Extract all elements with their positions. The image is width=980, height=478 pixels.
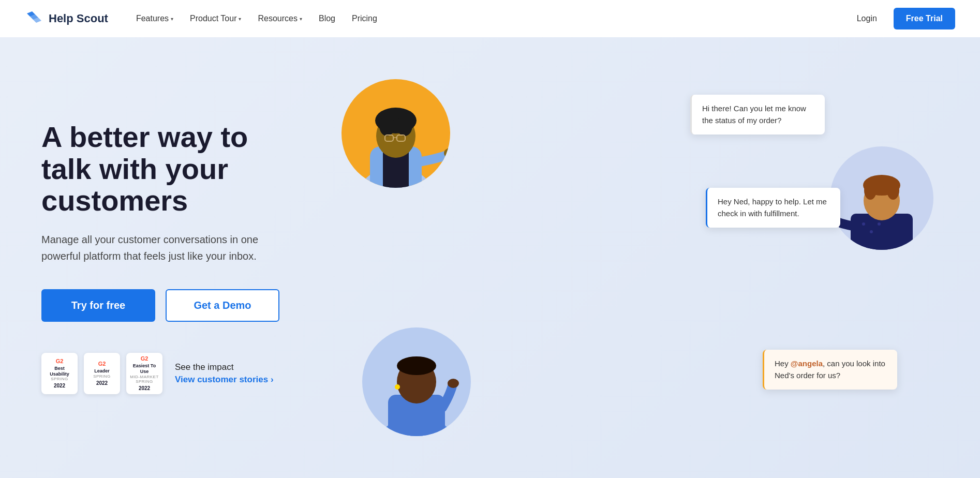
person-top-circle: [341, 79, 450, 188]
bubble-top: Hi there! Can you let me know the status…: [690, 95, 825, 135]
nav-link-features[interactable]: Features ▾: [129, 10, 181, 27]
badges-row: G2 Best Usability SPRING 2022 G2 Leader …: [41, 353, 162, 394]
person-right-circle: [830, 146, 933, 250]
svg-point-14: [870, 230, 873, 233]
get-demo-button[interactable]: Get a Demo: [166, 289, 279, 322]
svg-point-24: [397, 356, 436, 375]
g2-label: G2: [98, 361, 106, 367]
mention: @angela: [791, 359, 823, 368]
hero-section: A better way to talk with your customers…: [0, 37, 980, 478]
svg-point-15: [878, 222, 881, 226]
badge-best-usability: G2 Best Usability SPRING 2022: [41, 353, 78, 394]
free-trial-button[interactable]: Free Trial: [894, 8, 955, 29]
nav-link-product-tour[interactable]: Product Tour ▾: [183, 10, 248, 27]
bubble-middle: Hey Ned, happy to help. Let me check in …: [706, 188, 840, 228]
person-bottom-svg: [362, 327, 471, 436]
nav-links: Features ▾ Product Tour ▾ Resources ▾ Bl…: [129, 10, 851, 27]
nav-link-blog[interactable]: Blog: [311, 10, 343, 27]
badge-leader: G2 Leader SPRING 2022: [84, 353, 120, 394]
view-stories-link[interactable]: View customer stories ›: [175, 375, 274, 385]
g2-label: G2: [141, 355, 149, 362]
nav-link-resources[interactable]: Resources ▾: [250, 10, 309, 27]
navbar: Help Scout Features ▾ Product Tour ▾ Res…: [0, 0, 980, 37]
nav-link-pricing[interactable]: Pricing: [345, 10, 384, 27]
chevron-down-icon: ▾: [171, 16, 173, 22]
svg-point-25: [395, 384, 400, 390]
try-free-button[interactable]: Try for free: [41, 289, 155, 322]
svg-point-19: [887, 181, 899, 200]
impact-label: See the impact: [175, 362, 274, 372]
svg-point-5: [379, 115, 395, 136]
chevron-down-icon: ▾: [239, 16, 241, 22]
g2-label: G2: [56, 358, 64, 365]
hero-left: A better way to talk with your customers…: [41, 121, 310, 394]
logo-text: Help Scout: [49, 12, 108, 25]
hero-headline: A better way to talk with your customers: [41, 121, 290, 217]
logo-icon: [25, 9, 43, 28]
person-right-svg: [830, 146, 933, 250]
chevron-down-icon: ▾: [300, 16, 302, 22]
svg-point-6: [397, 115, 412, 136]
person-bottom-circle: [362, 327, 471, 436]
svg-point-13: [862, 222, 865, 226]
hero-illustration: Hi there! Can you let me know the status…: [310, 64, 939, 452]
impact-section: See the impact View customer stories ›: [175, 362, 274, 385]
hero-subheadline: Manage all your customer conversations i…: [41, 231, 269, 264]
hero-buttons: Try for free Get a Demo: [41, 289, 290, 322]
nav-right: Login Free Trial: [851, 8, 955, 29]
person-top-svg: [341, 79, 450, 188]
svg-point-18: [864, 181, 877, 200]
logo-link[interactable]: Help Scout: [25, 9, 108, 28]
svg-point-26: [448, 379, 459, 388]
login-link[interactable]: Login: [851, 10, 883, 27]
bubble-bottom: Hey @angela, can you look into Ned's ord…: [763, 350, 897, 390]
badges-section: G2 Best Usability SPRING 2022 G2 Leader …: [41, 353, 290, 394]
badge-easiest-to-use: G2 Easiest To Use Mid-Market SPRING 2022: [126, 353, 162, 394]
